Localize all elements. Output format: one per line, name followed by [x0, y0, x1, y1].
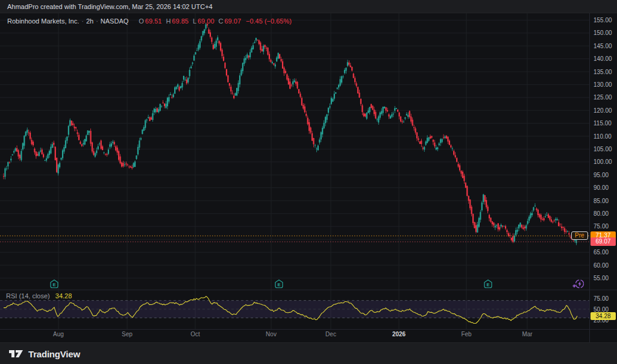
svg-text:135.00: 135.00	[594, 69, 612, 75]
interval-label[interactable]: 2h	[86, 17, 93, 25]
close-value: 69.07	[224, 17, 241, 25]
svg-text:155.00: 155.00	[594, 17, 612, 24]
pre-market-badge: Pre	[571, 231, 588, 240]
earnings-icon[interactable]: E	[484, 280, 492, 288]
open-value: 69.51	[145, 17, 162, 25]
separator-dot: ·	[81, 17, 84, 25]
svg-text:2026: 2026	[392, 331, 406, 337]
svg-text:125.00: 125.00	[594, 94, 612, 101]
close-label: C	[219, 17, 224, 25]
candlestick-series[interactable]	[3, 23, 577, 245]
svg-text:120.00: 120.00	[594, 107, 612, 114]
tradingview-chart: 55.0060.0065.0070.0075.0080.0085.0090.00…	[0, 0, 617, 364]
rsi-value-flag: 34.28	[590, 312, 616, 320]
svg-text:60.00: 60.00	[594, 262, 609, 269]
svg-text:65.00: 65.00	[594, 249, 609, 256]
svg-text:50.00: 50.00	[594, 306, 609, 313]
rsi-current-value: 34.28	[55, 292, 72, 300]
tradingview-logo[interactable]: TradingView	[8, 348, 80, 360]
svg-text:55.00: 55.00	[594, 275, 609, 281]
open-label: O	[139, 17, 144, 25]
svg-text:Mar: Mar	[522, 331, 533, 337]
svg-text:Sep: Sep	[122, 331, 133, 337]
svg-text:E: E	[277, 282, 280, 287]
high-label: H	[166, 17, 171, 25]
last-price-flag: 69.07	[590, 237, 616, 246]
exchange-label: NASDAQ	[101, 17, 128, 25]
svg-text:Feb: Feb	[461, 331, 472, 337]
attribution-text: AhmadPro created with TradingView.com, M…	[7, 3, 213, 10]
tradingview-logo-text: TradingView	[28, 349, 80, 359]
svg-text:100.00: 100.00	[594, 158, 612, 165]
earnings-icon[interactable]: E	[275, 280, 283, 288]
low-value: 69.00	[198, 17, 215, 25]
chart-canvas[interactable]: 55.0060.0065.0070.0075.0080.0085.0090.00…	[0, 0, 617, 364]
attribution-bar: AhmadPro created with TradingView.com, M…	[0, 0, 617, 13]
svg-text:75.00: 75.00	[594, 223, 609, 230]
change-value: −0.45 (−0.65%)	[246, 17, 292, 25]
svg-text:E: E	[486, 282, 489, 287]
svg-text:75.00: 75.00	[594, 295, 609, 302]
earnings-icon[interactable]: E	[51, 280, 58, 288]
svg-text:80.00: 80.00	[594, 210, 609, 217]
rsi-pane[interactable]: 75.0050.0025.00	[0, 295, 609, 324]
footer-bar: TradingView	[0, 342, 617, 364]
svg-text:Nov: Nov	[266, 331, 277, 337]
svg-text:110.00: 110.00	[594, 133, 612, 140]
svg-text:130.00: 130.00	[594, 81, 612, 88]
grid-lines	[0, 0, 589, 329]
price-level-lines	[0, 236, 589, 242]
separator-dot: ·	[96, 17, 98, 25]
time-scale[interactable]: AugSepOctNovDec2026FebMar	[53, 331, 533, 337]
rsi-title: RSI	[6, 292, 17, 300]
rsi-indicator-header[interactable]: RSI (14, close) 34.28	[6, 292, 72, 300]
symbol-info-bar: Robinhood Markets, Inc.·2h·NASDAQO69.51H…	[7, 16, 292, 26]
ohlc-values: O69.51H69.85L69.00C69.07−0.45 (−0.65%)	[134, 17, 292, 25]
upcoming-earnings-icon[interactable]	[573, 280, 584, 288]
high-value: 69.85	[172, 17, 189, 25]
svg-text:Dec: Dec	[325, 331, 336, 337]
svg-text:90.00: 90.00	[594, 184, 609, 191]
svg-text:105.00: 105.00	[594, 146, 612, 152]
low-label: L	[193, 17, 196, 25]
svg-text:150.00: 150.00	[594, 30, 612, 36]
svg-text:95.00: 95.00	[594, 172, 609, 178]
svg-text:Oct: Oct	[190, 331, 200, 337]
svg-text:140.00: 140.00	[594, 55, 612, 62]
svg-text:145.00: 145.00	[594, 43, 612, 49]
svg-text:E: E	[52, 282, 55, 287]
rsi-params: (14, close)	[19, 292, 49, 300]
svg-text:Aug: Aug	[53, 331, 64, 337]
symbol-title[interactable]: Robinhood Markets, Inc.	[7, 17, 79, 25]
svg-text:115.00: 115.00	[594, 120, 612, 127]
svg-text:85.00: 85.00	[594, 198, 609, 204]
tradingview-logo-icon	[8, 348, 24, 360]
